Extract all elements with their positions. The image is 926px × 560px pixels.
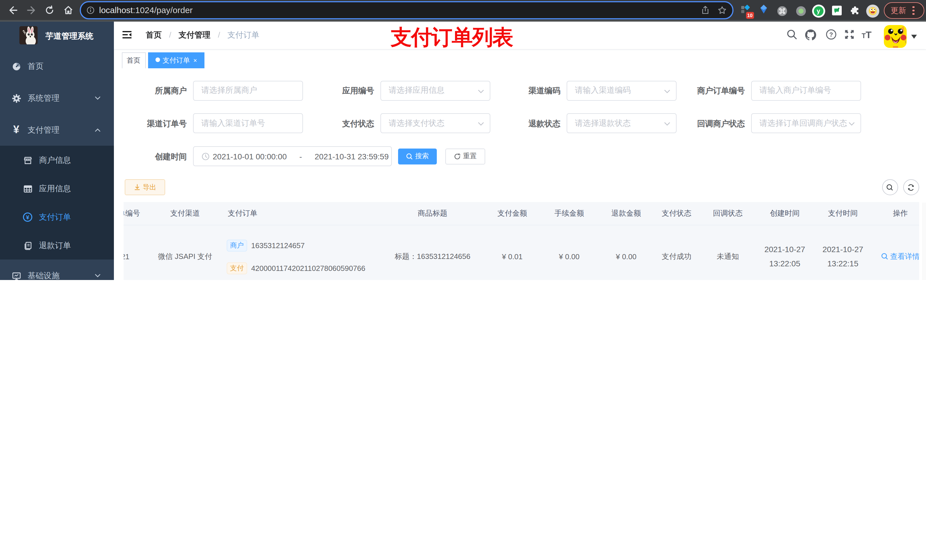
svg-text:T: T — [862, 32, 866, 39]
svg-text:¥: ¥ — [26, 214, 29, 220]
svg-text:T: T — [865, 29, 872, 40]
svg-text:?: ? — [829, 31, 833, 38]
